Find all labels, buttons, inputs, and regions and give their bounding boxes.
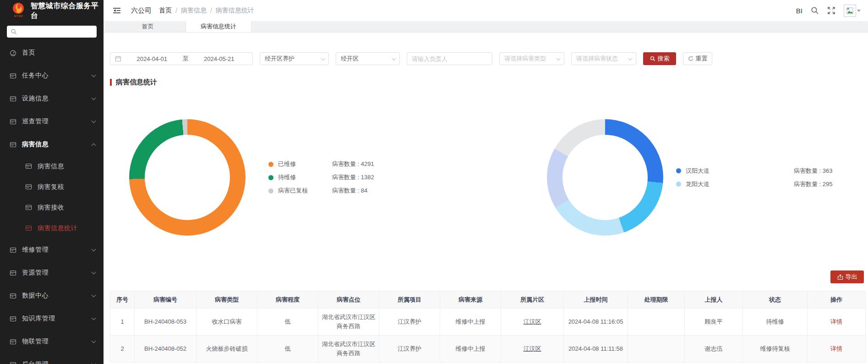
chevron-down-icon — [92, 247, 96, 252]
breadcrumb-item[interactable]: 病害信息统计 — [216, 6, 254, 15]
export-button[interactable]: 导出 — [830, 270, 864, 283]
table-cell[interactable]: 江汉区 — [501, 336, 564, 363]
calendar-icon — [115, 55, 121, 62]
chevron-down-icon — [92, 96, 96, 100]
tab-首页[interactable]: 首页 — [110, 21, 186, 32]
owner-input[interactable] — [412, 55, 487, 62]
owner-input-wrap — [407, 52, 492, 65]
table-cell: 谢志伍 — [685, 336, 743, 363]
sidebar-search-input[interactable] — [7, 26, 97, 38]
sidebar-item-巡查管理[interactable]: 巡查管理 — [0, 110, 104, 133]
table-cell — [628, 336, 685, 363]
section-title-text: 病害信息统计 — [116, 78, 157, 87]
sidebar-item-物联管理[interactable]: 物联管理 — [0, 330, 104, 353]
panel-icon — [25, 204, 32, 211]
legend-item[interactable]: 待维修病害数量 : 1382 — [268, 173, 374, 182]
tab-病害信息统计[interactable]: 病害信息统计 — [186, 21, 251, 32]
search-button[interactable]: 搜索 — [643, 52, 676, 65]
table-row: 2BH-240408-052火烧板步砖破损低湖北省武汉市江汉区商务西路江汉养护维… — [110, 336, 866, 363]
sidebar-item-病害信息[interactable]: 病害信息 — [0, 133, 104, 156]
fullscreen-icon[interactable] — [827, 6, 835, 15]
road-donut-chart: 汉阳大道病害数量 : 363龙阳大道病害数量 : 295 — [487, 119, 864, 236]
donut-hole — [562, 135, 648, 220]
legend-count: 病害数量 : 363 — [794, 167, 833, 175]
app-logo: HYSZ 智慧城市综合服务平台 — [0, 0, 104, 22]
table-row: 1BH-240408-053收水口病害低湖北省武汉市江汉区商务西路江汉养护维修中… — [110, 309, 866, 336]
legend-item[interactable]: 龙阳大道病害数量 : 295 — [676, 180, 833, 188]
table-cell: 火烧板步砖破损 — [197, 336, 257, 363]
sidebar-item-任务中心[interactable]: 任务中心 — [0, 64, 104, 87]
panel-icon — [10, 72, 16, 79]
legend-label: 病害已复核 — [278, 187, 332, 195]
column-header-所属片区: 所属片区 — [501, 291, 564, 309]
chart-legend: 汉阳大道病害数量 : 363龙阳大道病害数量 : 295 — [676, 166, 833, 188]
panel-icon — [25, 183, 32, 190]
column-header-病害程度: 病害程度 — [257, 291, 318, 309]
panel-icon — [10, 95, 16, 102]
sidebar-item-label: 数据中心 — [22, 292, 49, 300]
search-icon[interactable] — [811, 6, 819, 15]
breadcrumb-item[interactable]: 病害信息 — [181, 6, 207, 15]
sidebar-item-知识库管理[interactable]: 知识库管理 — [0, 307, 104, 330]
sidebar-item-数据中心[interactable]: 数据中心 — [0, 284, 104, 307]
disease-status-select[interactable]: 请选择病害状态 — [571, 52, 636, 65]
legend-dot — [676, 182, 681, 187]
sidebar-item-资源管理[interactable]: 资源管理 — [0, 261, 104, 284]
table-cell: BH-240408-052 — [135, 336, 197, 363]
chevron-down-icon — [321, 56, 325, 61]
app-title: 智慧城市综合服务平台 — [31, 1, 104, 21]
disease-type-select[interactable]: 请选择病害类型 — [499, 52, 564, 65]
table-cell: 顾良平 — [685, 309, 743, 336]
sidebar-item-病害信息[interactable]: 病害信息 — [0, 156, 104, 176]
sidebar-item-病害信息统计[interactable]: 病害信息统计 — [0, 218, 104, 238]
table-cell: 低 — [257, 336, 318, 363]
collapse-sidebar-icon[interactable] — [113, 7, 121, 14]
chevron-down-icon — [392, 56, 396, 61]
sidebar-item-后台管理[interactable]: 后台管理 — [0, 353, 104, 364]
sidebar-item-维修管理[interactable]: 维修管理 — [0, 238, 104, 261]
chevron-down-icon[interactable] — [857, 10, 861, 12]
legend-item[interactable]: 汉阳大道病害数量 : 363 — [676, 166, 833, 175]
search-icon — [650, 56, 655, 61]
panel-icon — [10, 118, 16, 125]
avatar[interactable] — [844, 5, 856, 17]
start-date-value[interactable]: 2024-04-01 — [123, 55, 181, 62]
main-area: 六公司 首页/病害信息/病害信息统计 BI — [104, 0, 868, 364]
sidebar-item-label: 病害复核 — [38, 183, 64, 191]
table-cell[interactable]: 江汉区 — [501, 309, 564, 336]
sidebar-item-label: 物联管理 — [22, 337, 49, 346]
sidebar-item-label: 维修管理 — [22, 246, 49, 254]
sidebar-item-病害复核[interactable]: 病害复核 — [0, 176, 104, 197]
sidebar-item-首页[interactable]: 首页 — [0, 41, 104, 64]
detail-link[interactable]: 详情 — [808, 336, 866, 363]
bi-button[interactable]: BI — [796, 7, 802, 15]
chevron-down-icon — [92, 339, 96, 343]
reset-button[interactable]: 重置 — [683, 52, 712, 65]
project-select[interactable]: 经开区养护 — [260, 52, 329, 65]
table-cell: 待维修 — [743, 309, 808, 336]
sidebar-item-label: 病害信息统计 — [38, 224, 77, 232]
sidebar-item-病害接收[interactable]: 病害接收 — [0, 197, 104, 218]
breadcrumb-item[interactable]: 首页 — [159, 6, 172, 15]
company-selector[interactable]: 六公司 — [131, 6, 152, 15]
date-range-picker[interactable]: 2024-04-01 至 2024-05-21 — [110, 52, 253, 65]
sidebar-item-label: 资源管理 — [22, 269, 49, 277]
table-cell: 湖北省武汉市江汉区商务西路 — [318, 336, 379, 363]
table-cell: 湖北省武汉市江汉区商务西路 — [318, 309, 379, 336]
column-header-病害来源: 病害来源 — [440, 291, 501, 309]
sidebar-item-设施信息[interactable]: 设施信息 — [0, 87, 104, 110]
export-row: 导出 — [110, 270, 864, 283]
export-icon — [837, 274, 843, 280]
logo-flame-icon: HYSZ — [11, 2, 26, 20]
legend-count: 病害数量 : 4291 — [332, 160, 374, 168]
legend-item[interactable]: 病害已复核病害数量 : 84 — [268, 187, 374, 195]
sidebar-item-label: 巡查管理 — [22, 117, 49, 126]
legend-item[interactable]: 已维修病害数量 : 4291 — [268, 160, 374, 169]
charts-row: 已维修病害数量 : 4291待维修病害数量 : 1382病害已复核病害数量 : … — [110, 119, 864, 236]
column-header-所属项目: 所属项目 — [379, 291, 440, 309]
detail-link[interactable]: 详情 — [808, 309, 866, 336]
chevron-down-icon — [92, 270, 96, 275]
refresh-icon — [688, 56, 693, 61]
end-date-value[interactable]: 2024-05-21 — [191, 55, 248, 62]
area-select[interactable]: 经开区 — [336, 52, 400, 65]
